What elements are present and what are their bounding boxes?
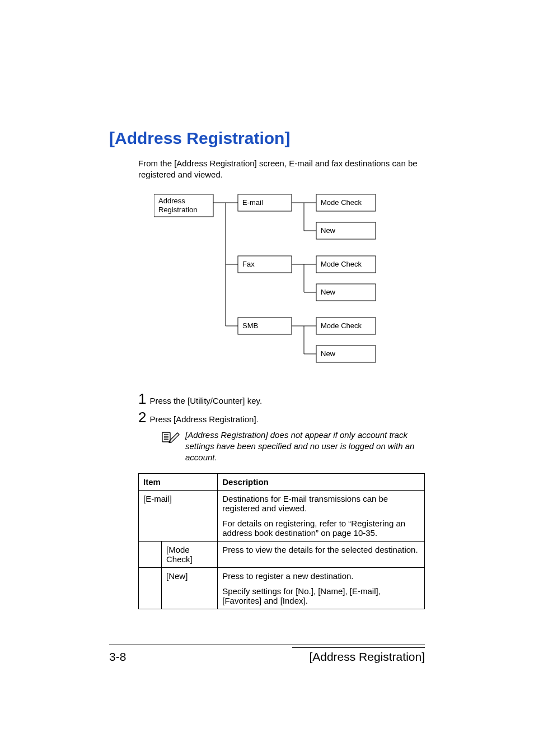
diag-b2c1: New bbox=[321, 349, 336, 358]
row0-item: [E-mail] bbox=[139, 491, 218, 542]
section-title: [Address Registration] bbox=[109, 129, 425, 148]
row1-desc: Press to view the details for the select… bbox=[218, 542, 425, 568]
diag-b2c0: Mode Check bbox=[321, 321, 362, 330]
diag-b0c0: Mode Check bbox=[321, 198, 362, 207]
note-icon bbox=[162, 431, 180, 443]
row1-indent bbox=[139, 542, 162, 568]
note-text: [Address Registration] does not appear i… bbox=[185, 430, 425, 464]
row0-desc-p0: Destinations for E-mail transmissions ca… bbox=[222, 494, 420, 513]
footer-page-number: 3-8 bbox=[109, 650, 126, 664]
step-1-number: 1 bbox=[138, 390, 146, 408]
diag-b1c1: New bbox=[321, 288, 336, 296]
page: [Address Registration] From the [Address… bbox=[0, 0, 534, 756]
steps: 1 Press the [Utility/Counter] key. 2 Pre… bbox=[138, 390, 425, 426]
step-1: 1 Press the [Utility/Counter] key. bbox=[138, 390, 425, 408]
tree-diagram: Address Registration E-mail Fax SMB Mode… bbox=[154, 194, 425, 374]
table-row: [E-mail] Destinations for E-mail transmi… bbox=[139, 491, 425, 542]
row2-desc-p1: Specify settings for [No.], [Name], [E-m… bbox=[222, 586, 420, 605]
diag-root-line1: Address bbox=[158, 197, 185, 205]
step-1-text: Press the [Utility/Counter] key. bbox=[149, 396, 262, 405]
th-item: Item bbox=[139, 474, 218, 491]
page-footer: 3-8 [Address Registration] bbox=[109, 645, 425, 664]
diag-root-line2: Registration bbox=[158, 206, 197, 214]
table-header-row: Item Description bbox=[139, 474, 425, 491]
row2-indent bbox=[139, 568, 162, 609]
diag-b1c0: Mode Check bbox=[321, 260, 362, 268]
row0-desc: Destinations for E-mail transmissions ca… bbox=[218, 491, 425, 542]
step-2-text: Press [Address Registration]. bbox=[149, 414, 258, 424]
row2-desc: Press to register a new destination. Spe… bbox=[218, 568, 425, 609]
diag-b2: SMB bbox=[242, 321, 258, 330]
th-desc: Description bbox=[218, 474, 425, 491]
row2-desc-p0: Press to register a new destination. bbox=[222, 571, 420, 581]
note: [Address Registration] does not appear i… bbox=[162, 430, 425, 464]
intro-text: From the [Address Registration] screen, … bbox=[138, 158, 425, 181]
tree-svg: Address Registration E-mail Fax SMB Mode… bbox=[154, 194, 389, 374]
table-row: [Mode Check] Press to view the details f… bbox=[139, 542, 425, 568]
footer-section: [Address Registration] bbox=[309, 650, 425, 664]
step-2: 2 Press [Address Registration]. bbox=[138, 409, 425, 426]
diag-b0c1: New bbox=[321, 226, 336, 235]
svg-rect-10 bbox=[162, 432, 170, 442]
row1-item: [Mode Check] bbox=[162, 542, 218, 568]
row1-desc-p0: Press to view the details for the select… bbox=[222, 545, 420, 554]
diag-b0: E-mail bbox=[242, 198, 263, 207]
row0-desc-p1: For details on registering, refer to “Re… bbox=[222, 519, 420, 538]
description-table: Item Description [E-mail] Destinations f… bbox=[138, 473, 425, 609]
table-row: [New] Press to register a new destinatio… bbox=[139, 568, 425, 609]
row2-item: [New] bbox=[162, 568, 218, 609]
step-2-number: 2 bbox=[138, 409, 146, 426]
diag-b1: Fax bbox=[242, 260, 255, 268]
